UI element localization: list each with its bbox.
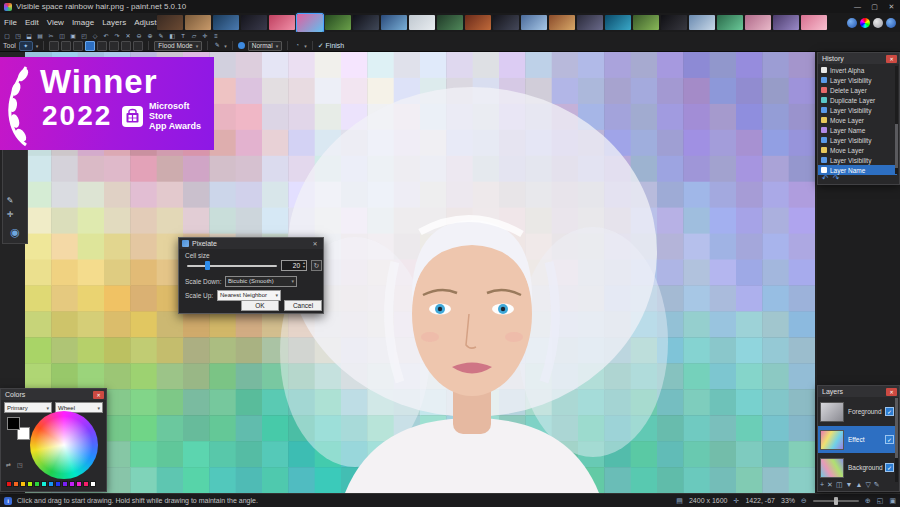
- palette-swatch[interactable]: [34, 481, 40, 487]
- swap-colors-icon[interactable]: ⇄: [6, 461, 11, 468]
- history-item[interactable]: Layer Visibility: [818, 75, 897, 85]
- palette-swatch[interactable]: [55, 481, 61, 487]
- pen-style-icon[interactable]: ✎: [213, 42, 221, 49]
- selection-mode-button-8[interactable]: [133, 41, 143, 51]
- history-item[interactable]: Layer Visibility: [818, 155, 897, 165]
- history-item[interactable]: Delete Layer: [818, 85, 897, 95]
- close-button[interactable]: ✕: [883, 1, 900, 13]
- image-tab-thumbnail[interactable]: [157, 15, 183, 30]
- palette-swatch[interactable]: [48, 481, 54, 487]
- image-tab-thumbnail[interactable]: [409, 15, 435, 30]
- zoom-in-icon[interactable]: ⊕: [146, 33, 154, 40]
- reset-colors-icon[interactable]: ◳: [17, 461, 23, 468]
- help-icon[interactable]: [873, 18, 883, 28]
- cut-icon[interactable]: ✂: [47, 33, 55, 40]
- new-file-icon[interactable]: ▢: [3, 33, 11, 40]
- history-item[interactable]: Layer Visibility: [818, 105, 897, 115]
- clone-stamp-tool-icon[interactable]: ◉: [5, 223, 25, 241]
- zoom-fit-icon[interactable]: ◱: [877, 497, 884, 505]
- history-item[interactable]: Layer Visibility: [818, 135, 897, 145]
- eyedropper-tool-icon[interactable]: ✛: [5, 209, 15, 221]
- spinner-arrows-icon[interactable]: ▲▼: [302, 261, 306, 269]
- palette-swatch[interactable]: [62, 481, 68, 487]
- open-file-icon[interactable]: ◳: [14, 33, 22, 40]
- blend-mode-dropdown[interactable]: Normal ▾: [248, 41, 282, 51]
- zoom-out-icon[interactable]: ⊖: [801, 497, 807, 505]
- color-picker-icon[interactable]: ✛: [201, 33, 209, 40]
- menu-item-view[interactable]: View: [43, 16, 68, 29]
- crop-icon[interactable]: ◰: [80, 33, 88, 40]
- layer-visibility-checkbox[interactable]: ✓: [885, 435, 894, 444]
- image-tab-thumbnail[interactable]: [717, 15, 743, 30]
- duplicate-layer-icon[interactable]: ◫: [836, 481, 843, 489]
- image-tab-thumbnail[interactable]: [465, 15, 491, 30]
- menu-item-edit[interactable]: Edit: [21, 16, 43, 29]
- layer-row[interactable]: Background✓: [818, 454, 897, 481]
- image-tab-thumbnail[interactable]: [185, 15, 211, 30]
- image-tab-thumbnail[interactable]: [633, 15, 659, 30]
- scale-down-dropdown[interactable]: Bicubic (Smooth) ▾: [225, 276, 297, 287]
- selection-mode-button-4[interactable]: [85, 41, 95, 51]
- image-tab-thumbnail[interactable]: [213, 15, 239, 30]
- zoom-slider-thumb[interactable]: [834, 497, 838, 505]
- undo-icon[interactable]: ↶: [822, 174, 829, 183]
- palette-swatch[interactable]: [13, 481, 19, 487]
- palette-swatch[interactable]: [27, 481, 33, 487]
- brush-icon[interactable]: ✎: [157, 33, 165, 40]
- selection-mode-button-6[interactable]: [109, 41, 119, 51]
- paste-icon[interactable]: ▣: [69, 33, 77, 40]
- cancel-button[interactable]: Cancel: [284, 300, 322, 311]
- image-tab-thumbnail[interactable]: [325, 15, 351, 30]
- move-layer-down-icon[interactable]: ▽: [865, 481, 870, 489]
- undo-icon[interactable]: ↶: [102, 33, 110, 40]
- selection-mode-button-7[interactable]: [121, 41, 131, 51]
- image-tab-thumbnail[interactable]: [745, 15, 771, 30]
- maximize-button[interactable]: ▢: [866, 1, 883, 13]
- history-item[interactable]: Duplicate Layer: [818, 95, 897, 105]
- image-tab-thumbnail[interactable]: [521, 15, 547, 30]
- selection-mode-button-5[interactable]: [97, 41, 107, 51]
- menu-item-file[interactable]: File: [0, 16, 21, 29]
- pencil-tool-icon[interactable]: ✎: [5, 195, 15, 207]
- add-layer-icon[interactable]: +: [820, 481, 824, 489]
- image-tab-thumbnail[interactable]: [493, 15, 519, 30]
- history-item[interactable]: Invert Alpha: [818, 65, 897, 75]
- menu-item-layers[interactable]: Layers: [98, 16, 130, 29]
- chevron-down-icon[interactable]: ▾: [36, 43, 39, 49]
- zoom-window-icon[interactable]: ▣: [889, 497, 896, 505]
- history-item[interactable]: Move Layer: [818, 145, 897, 155]
- active-tool-icon[interactable]: ✦: [19, 41, 33, 51]
- close-icon[interactable]: ✕: [93, 391, 104, 399]
- selection-mode-button-2[interactable]: [61, 41, 71, 51]
- ok-button[interactable]: OK: [241, 300, 279, 311]
- close-icon[interactable]: ✕: [886, 388, 897, 396]
- gradient-icon[interactable]: ◧: [168, 33, 176, 40]
- palette-swatch[interactable]: [76, 481, 82, 487]
- selection-mode-button-3[interactable]: [73, 41, 83, 51]
- close-icon[interactable]: ✕: [886, 55, 897, 63]
- flood-mode-dropdown[interactable]: Flood Mode ▾: [154, 41, 202, 51]
- antialias-icon[interactable]: ◔: [293, 42, 301, 49]
- finish-button[interactable]: ✓ Finish: [318, 42, 345, 50]
- image-tab-thumbnail[interactable]: [437, 15, 463, 30]
- zoom-in-icon[interactable]: ⊕: [865, 497, 871, 505]
- image-tab-thumbnail[interactable]: [661, 15, 687, 30]
- image-tab-thumbnail[interactable]: [381, 15, 407, 30]
- copy-icon[interactable]: ◫: [58, 33, 66, 40]
- palette-swatch[interactable]: [69, 481, 75, 487]
- palette-swatch[interactable]: [20, 481, 26, 487]
- image-tab-thumbnail[interactable]: [577, 15, 603, 30]
- image-tab-thumbnail[interactable]: [269, 15, 295, 30]
- layer-row[interactable]: Effect✓: [818, 426, 897, 453]
- settings-gear-icon[interactable]: [847, 18, 857, 28]
- chevron-down-icon[interactable]: ▾: [224, 43, 227, 49]
- palette-swatch[interactable]: [90, 481, 96, 487]
- zoom-slider[interactable]: [813, 500, 859, 502]
- layers-scrollbar[interactable]: [895, 398, 898, 482]
- color-target-dropdown[interactable]: Primary ▾: [4, 402, 52, 413]
- print-icon[interactable]: ▤: [36, 33, 44, 40]
- history-item[interactable]: Layer Name: [818, 125, 897, 135]
- image-tab-thumbnail[interactable]: [353, 15, 379, 30]
- history-scrollbar[interactable]: [895, 66, 898, 174]
- selection-mode-button-1[interactable]: [49, 41, 59, 51]
